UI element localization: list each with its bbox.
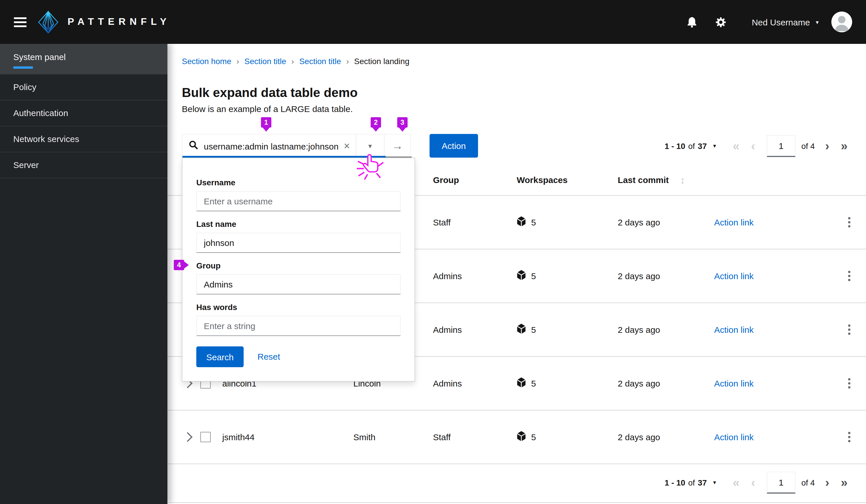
sidebar-item-policy[interactable]: Policy (0, 75, 167, 100)
annotation-badge-2: 2 (371, 117, 381, 127)
reset-link[interactable]: Reset (257, 351, 280, 361)
group-field[interactable] (196, 274, 401, 294)
cube-icon (517, 324, 526, 336)
avatar[interactable] (831, 12, 852, 32)
search-icon (189, 140, 198, 152)
notifications-bell-icon[interactable] (681, 12, 702, 32)
column-header-group[interactable]: Group (433, 175, 459, 185)
username-field[interactable] (196, 191, 401, 211)
breadcrumb-link[interactable]: Section title (299, 57, 341, 66)
patternfly-app: PATTERNFLY (0, 0, 866, 504)
sidebar-item-system-panel[interactable]: System panel (0, 44, 167, 75)
cell-group: Staff (433, 432, 451, 442)
current-page-input[interactable] (767, 135, 796, 157)
sort-icon[interactable]: ↕ (680, 175, 685, 187)
click-hand-cursor-icon (357, 153, 385, 182)
user-menu[interactable]: Ned Username ▾ (752, 17, 819, 27)
settings-gear-icon[interactable] (710, 12, 731, 32)
cell-lastname: Smith (353, 432, 376, 442)
cube-icon (517, 216, 526, 228)
action-link[interactable]: Action link (714, 379, 754, 388)
cube-icon (517, 431, 526, 443)
nav-toggle-button[interactable] (14, 17, 26, 27)
pagination-total: 37 (698, 141, 707, 150)
cell-last-commit: 2 days ago (618, 217, 660, 227)
kebab-menu-icon[interactable] (846, 322, 853, 337)
sidebar-nav: System panel Policy Authentication Netwo… (0, 44, 167, 504)
user-name: Ned Username (752, 17, 810, 27)
chevron-right-icon: › (291, 57, 294, 66)
row-checkbox[interactable] (200, 432, 211, 442)
chevron-down-icon: ▾ (816, 19, 819, 25)
pagination-of: of (688, 141, 695, 150)
pagination-top: 1 - 10 of 37 ▾ « ‹ of 4 › » (665, 134, 849, 158)
first-page-button[interactable]: « (732, 476, 741, 489)
cell-group: Admins (433, 325, 462, 335)
caret-down-icon: ▾ (368, 142, 372, 150)
last-page-button[interactable]: » (840, 476, 849, 489)
kebab-menu-icon[interactable] (846, 376, 853, 391)
next-page-button[interactable]: › (824, 140, 831, 152)
table-row: jsmith44 Smith Staff 5 2 days ago Action… (167, 411, 866, 464)
breadcrumb: Section home › Section title › Section t… (182, 57, 409, 66)
cell-workspaces: 5 (531, 271, 536, 281)
page-subtitle: Below is an example of a LARGE data tabl… (182, 104, 353, 114)
sidebar-item-server[interactable]: Server (0, 153, 167, 178)
annotation-badge-4: 4 (174, 260, 184, 270)
group-label: Group (196, 261, 221, 270)
cell-last-commit: 2 days ago (618, 379, 660, 388)
search-button[interactable]: Search (196, 346, 244, 367)
cell-last-commit: 2 days ago (618, 271, 660, 281)
per-page-caret-icon[interactable]: ▾ (713, 143, 716, 149)
first-page-button[interactable]: « (732, 140, 741, 152)
sidebar-item-authentication[interactable]: Authentication (0, 100, 167, 126)
kebab-menu-icon[interactable] (846, 268, 853, 283)
per-page-caret-icon[interactable]: ▾ (713, 479, 716, 485)
cell-group: Admins (433, 271, 462, 281)
current-page-input[interactable] (767, 471, 796, 493)
prev-page-button[interactable]: ‹ (750, 140, 756, 152)
next-page-button[interactable]: › (824, 476, 831, 489)
pagination-of: of (688, 478, 695, 487)
patternfly-logo-icon (37, 10, 59, 34)
kebab-menu-icon[interactable] (846, 215, 853, 230)
action-link[interactable]: Action link (714, 325, 754, 335)
pagination-total: 37 (698, 478, 707, 487)
chevron-right-icon: › (346, 57, 349, 66)
action-link[interactable]: Action link (714, 271, 754, 281)
has-words-label: Has words (196, 303, 237, 312)
main-content: Section home › Section title › Section t… (167, 44, 866, 504)
page-title: Bulk expand data table demo (182, 85, 358, 100)
username-label: Username (196, 178, 235, 187)
arrow-right-icon: → (392, 140, 403, 153)
clear-search-icon[interactable]: × (343, 141, 351, 151)
cell-workspaces: 5 (531, 217, 536, 227)
breadcrumb-link[interactable]: Section title (244, 57, 286, 66)
chevron-right-icon: › (236, 57, 239, 66)
search-submit-button[interactable]: → (384, 135, 410, 158)
cell-workspaces: 5 (531, 432, 536, 442)
search-input[interactable] (203, 141, 343, 152)
has-words-field[interactable] (196, 316, 401, 336)
cell-workspaces: 5 (531, 325, 536, 335)
prev-page-button[interactable]: ‹ (750, 476, 756, 489)
cell-last-commit: 2 days ago (618, 325, 660, 335)
action-button[interactable]: Action (430, 134, 478, 158)
pagination-range: 1 - 10 (665, 141, 685, 150)
cell-last-commit: 2 days ago (618, 432, 660, 442)
expand-chevron-icon[interactable] (183, 432, 192, 442)
last-page-button[interactable]: » (840, 140, 849, 152)
cell-username: jsmith44 (222, 432, 255, 442)
breadcrumb-link[interactable]: Section home (182, 57, 231, 66)
cell-group: Staff (433, 217, 451, 227)
pagination-range: 1 - 10 (665, 478, 685, 487)
column-header-last-commit[interactable]: Last commit (618, 175, 669, 185)
lastname-field[interactable] (196, 233, 401, 253)
column-header-workspaces[interactable]: Workspaces (517, 175, 567, 185)
kebab-menu-icon[interactable] (846, 429, 853, 445)
cell-group: Admins (433, 379, 462, 388)
action-link[interactable]: Action link (714, 432, 754, 442)
action-link[interactable]: Action link (714, 217, 754, 227)
sidebar-item-network-services[interactable]: Network services (0, 126, 167, 153)
cube-icon (517, 270, 526, 282)
